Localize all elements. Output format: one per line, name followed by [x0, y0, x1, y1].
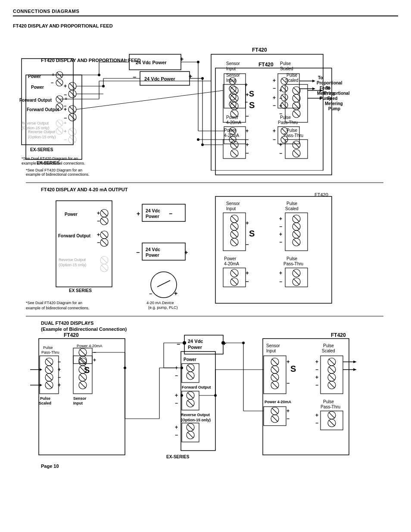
svg-text:Forward Output: Forward Output [182, 385, 211, 389]
svg-rect-48 [224, 127, 246, 144]
svg-line-220 [101, 240, 107, 246]
diagram-1: Power + − Forward Output + − Reverse Out… [13, 33, 398, 171]
svg-rect-30 [211, 54, 323, 171]
svg-text:4-20mA: 4-20mA [226, 120, 241, 125]
svg-text:+: + [137, 210, 140, 217]
svg-text:EX SERIES: EX SERIES [69, 288, 92, 293]
svg-text:Proportional: Proportional [317, 81, 342, 85]
svg-text:Power: Power [226, 115, 239, 120]
svg-text:−: − [175, 373, 178, 379]
svg-point-445 [124, 367, 126, 369]
svg-text:DUAL FT420 DISPLAYS: DUAL FT420 DISPLAYS [41, 320, 93, 326]
svg-line-279 [293, 239, 299, 245]
svg-text:−: − [175, 432, 178, 438]
svg-text:*See Dual FT420 Diagram for an: *See Dual FT420 Diagram for an [26, 301, 82, 305]
svg-text:EX-SERIES: EX-SERIES [166, 454, 190, 459]
svg-text:−: − [169, 210, 172, 217]
svg-text:+: + [64, 120, 66, 125]
svg-text:−: − [286, 416, 290, 422]
svg-text:(Example of Bidirectional Conn: (Example of Bidirectional Connection) [41, 327, 127, 332]
svg-text:+: + [246, 128, 249, 134]
svg-line-69 [282, 103, 287, 108]
svg-text:+: + [286, 408, 290, 414]
svg-text:(e.g. pump, PLC): (e.g. pump, PLC) [148, 305, 178, 310]
svg-line-373 [187, 432, 193, 438]
svg-text:−: − [149, 291, 152, 297]
svg-rect-245 [215, 196, 332, 303]
svg-text:Scaled: Scaled [39, 401, 51, 405]
svg-text:To: To [318, 75, 323, 80]
svg-line-361 [187, 392, 193, 398]
svg-line-290 [293, 279, 299, 285]
svg-text:(Option-15 only): (Option-15 only) [59, 263, 87, 267]
svg-text:Pass-Thru: Pass-Thru [278, 120, 298, 125]
svg-text:+: + [180, 56, 184, 62]
svg-line-213 [101, 218, 107, 224]
svg-line-335 [80, 374, 86, 380]
svg-line-317 [46, 382, 52, 388]
svg-line-352 [187, 365, 193, 371]
svg-text:+: + [174, 290, 177, 297]
svg-text:+: + [97, 210, 100, 216]
page-header: CONNECTIONS DIAGRAMS [13, 9, 398, 16]
svg-line-371 [187, 424, 193, 430]
svg-text:S: S [84, 365, 90, 375]
svg-text:+: + [246, 270, 249, 276]
svg-text:FT420 DISPLAY AND 4-20 mA OUTP: FT420 DISPLAY AND 4-20 mA OUTPUT [41, 187, 128, 192]
svg-line-227 [101, 265, 107, 271]
svg-line-52 [230, 137, 235, 142]
svg-marker-325 [40, 384, 42, 386]
svg-text:Pulse: Pulse [323, 399, 334, 404]
svg-text:+: + [273, 128, 276, 134]
svg-text:24 Vdc: 24 Vdc [146, 247, 160, 252]
svg-text:−: − [97, 240, 100, 246]
svg-text:example of bidirectional conne: example of bidirectional connections. [26, 172, 90, 177]
svg-line-311 [46, 359, 52, 365]
svg-text:Sensor: Sensor [266, 343, 280, 348]
svg-line-67 [282, 95, 287, 100]
svg-line-266 [231, 279, 237, 285]
svg-line-101 [59, 81, 211, 99]
svg-text:−: − [273, 103, 276, 109]
svg-line-401 [329, 374, 335, 380]
svg-text:Feed: Feed [320, 86, 330, 90]
svg-line-399 [329, 367, 335, 373]
svg-line-240 [157, 280, 170, 287]
svg-text:+: + [184, 249, 188, 256]
svg-line-102 [59, 89, 211, 107]
svg-text:Reverse Output: Reverse Output [181, 413, 210, 417]
svg-line-39 [230, 78, 235, 84]
svg-line-65 [282, 86, 287, 91]
svg-text:+: + [246, 220, 249, 226]
svg-text:Sensor: Sensor [226, 61, 240, 66]
svg-text:Power: Power [146, 252, 159, 258]
svg-marker-411 [353, 368, 357, 371]
svg-text:24 Vdc: 24 Vdc [146, 208, 160, 213]
svg-text:Power: Power [188, 345, 202, 350]
svg-line-45 [230, 102, 235, 107]
svg-marker-71 [312, 80, 315, 82]
header-title: CONNECTIONS DIAGRAMS [13, 9, 398, 14]
svg-text:−: − [279, 224, 282, 230]
svg-text:+: + [279, 270, 282, 276]
svg-text:Input: Input [266, 348, 276, 353]
svg-marker-323 [40, 368, 42, 371]
svg-text:Power: Power [65, 212, 78, 217]
svg-text:Sensor: Sensor [73, 396, 87, 401]
svg-text:Scaled: Scaled [322, 348, 335, 353]
svg-text:−: − [279, 279, 282, 285]
svg-rect-262 [223, 268, 246, 287]
svg-text:−: − [136, 249, 140, 256]
svg-text:+: + [315, 359, 318, 365]
svg-text:+: + [245, 82, 248, 88]
svg-text:+: + [315, 374, 318, 380]
svg-text:Pass-Thru: Pass-Thru [283, 261, 303, 266]
svg-line-19 [57, 121, 62, 126]
svg-line-63 [282, 78, 287, 84]
svg-text:Power: Power [28, 74, 41, 79]
svg-line-385 [272, 367, 278, 373]
svg-text:+: + [273, 95, 276, 101]
svg-line-225 [101, 257, 107, 263]
svg-text:Reverse Output: Reverse Output [59, 258, 86, 262]
svg-text:S: S [249, 90, 254, 98]
